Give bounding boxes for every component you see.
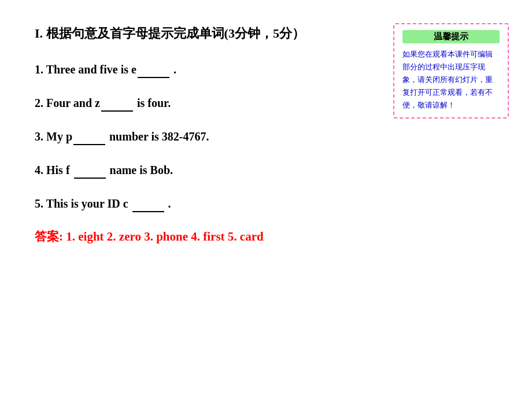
q5-after: . — [165, 197, 171, 210]
question-4: 4. His f name is Bob. — [35, 161, 497, 179]
tooltip-title: 温馨提示 — [402, 30, 500, 43]
q3-after: number is 382-4767. — [106, 130, 209, 143]
question-5: 5. This is your ID c . — [35, 195, 497, 212]
q1-blank — [138, 77, 169, 78]
q2-after: is four. — [134, 97, 171, 109]
instruction-text: I. 根据句意及首字母提示完成单词(3分钟，5分） — [35, 26, 305, 40]
q5-before: 5. This is your ID c — [35, 197, 131, 210]
q2-before: 2. Four and z — [35, 97, 100, 109]
q3-blank — [73, 144, 105, 145]
answer-items: : 1. eight 2. zero 3. phone 4. first 5. … — [59, 230, 264, 243]
q1-after: . — [171, 63, 176, 76]
q4-before: 4. His f — [35, 164, 73, 176]
q4-after: name is Bob. — [107, 164, 173, 176]
answer-label: 答案 — [35, 230, 59, 243]
q4-blank — [74, 178, 106, 179]
answer-line: 答案: 1. eight 2. zero 3. phone 4. first 5… — [35, 228, 497, 245]
q1-before: 1. Three and five is e — [35, 63, 136, 76]
q3-before: 3. My p — [35, 130, 72, 143]
q5-blank — [132, 211, 164, 212]
q2-blank — [101, 110, 133, 112]
question-3: 3. My p number is 382-4767. — [35, 128, 497, 145]
tooltip-box: 温馨提示 如果您在观看本课件可编辑部分的过程中出现压字现象，请关闭所有幻灯片，重… — [393, 23, 509, 119]
tooltip-body: 如果您在观看本课件可编辑部分的过程中出现压字现象，请关闭所有幻灯片，重复打开可正… — [402, 48, 500, 112]
